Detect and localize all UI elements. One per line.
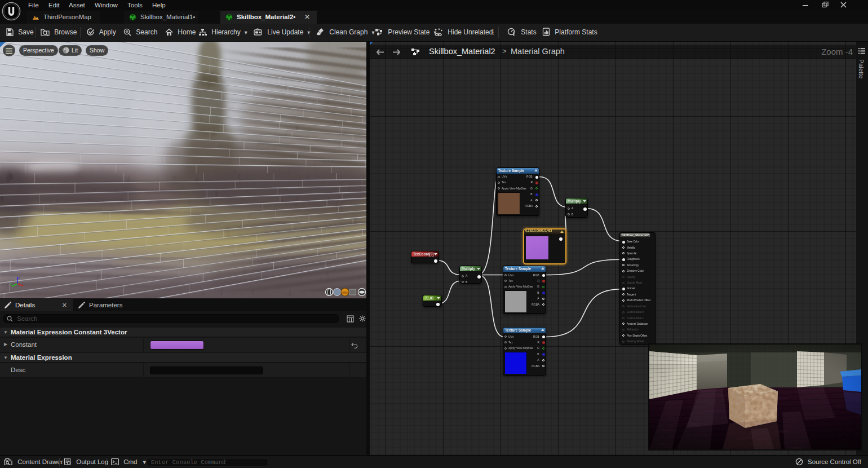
svg-text:y: y bbox=[10, 282, 12, 286]
svg-text:z: z bbox=[18, 276, 20, 280]
